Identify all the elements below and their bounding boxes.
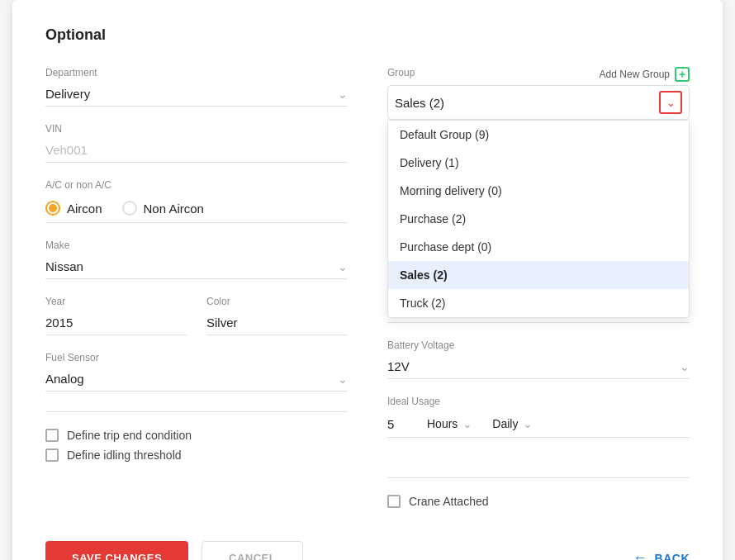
- group-dropdown-container: Sales (2) ⌄ Default Group (9) Delivery (…: [387, 85, 690, 120]
- fuel-sensor-dropdown[interactable]: Analog ⌄: [45, 367, 348, 392]
- non-aircon-radio[interactable]: Non Aircon: [122, 201, 204, 216]
- group-dropdown-list: Default Group (9) Delivery (1) Morning d…: [387, 120, 690, 318]
- ideal-usage-row: 5 Hours ⌄ Daily ⌄: [387, 411, 690, 438]
- battery-field: Battery Voltage 12V ⌄: [387, 339, 690, 379]
- group-field: Group Add New Group + Sales (2) ⌄ Defaul…: [387, 67, 690, 136]
- fuel-sensor-field: Fuel Sensor Analog ⌄: [45, 352, 348, 392]
- back-button[interactable]: ← BACK: [633, 549, 690, 560]
- fuel-sensor-label: Fuel Sensor: [45, 352, 348, 363]
- ideal-usage-unit-dropdown[interactable]: Hours ⌄: [422, 415, 477, 432]
- group-chevron-icon[interactable]: ⌄: [659, 91, 682, 114]
- group-option-purchase[interactable]: Purchase (2): [388, 205, 689, 233]
- group-option-sales[interactable]: Sales (2): [388, 261, 689, 289]
- department-dropdown[interactable]: Delivery ⌄: [45, 82, 348, 107]
- ac-field: A/C or non A/C Aircon Non Aircon: [45, 179, 348, 223]
- group-label: Group: [387, 67, 415, 78]
- non-aircon-radio-icon: [122, 201, 137, 216]
- group-option-default[interactable]: Default Group (9): [388, 121, 689, 149]
- battery-dropdown[interactable]: 12V ⌄: [387, 354, 690, 379]
- aircon-label: Aircon: [67, 202, 102, 216]
- add-group-plus-icon: +: [675, 67, 690, 82]
- make-chevron-icon: ⌄: [338, 260, 348, 273]
- color-field: Color Silver: [206, 296, 348, 335]
- ideal-usage-unit: Hours: [427, 417, 458, 430]
- ac-radio-group: Aircon Non Aircon: [45, 194, 348, 223]
- ideal-usage-frequency-chevron-icon: ⌄: [523, 417, 533, 430]
- ideal-usage-value[interactable]: 5: [387, 417, 412, 431]
- aircon-radio-icon: [45, 201, 60, 216]
- idling-threshold-label: Define idling threshold: [67, 448, 182, 462]
- cancel-button[interactable]: CANCEL: [202, 541, 303, 560]
- battery-label: Battery Voltage: [387, 339, 690, 351]
- vin-field: VIN Veh001: [45, 123, 348, 163]
- color-input[interactable]: Silver: [206, 311, 348, 335]
- add-group-text: Add New Group: [600, 69, 670, 80]
- year-label: Year: [45, 296, 187, 307]
- department-chevron-icon: ⌄: [338, 88, 348, 101]
- back-label: BACK: [655, 552, 690, 561]
- trip-end-checkbox-group: Define trip end condition: [45, 429, 348, 442]
- vin-input[interactable]: Veh001: [45, 138, 348, 163]
- fuel-sensor-chevron-icon: ⌄: [338, 373, 348, 386]
- crane-attached-label: Crane Attached: [409, 495, 489, 508]
- make-dropdown[interactable]: Nissan ⌄: [45, 254, 348, 279]
- trip-end-checkbox[interactable]: [45, 429, 59, 442]
- bottom-bar: SAVE CHANGES CANCEL ← BACK: [45, 541, 690, 560]
- save-changes-button[interactable]: SAVE CHANGES: [45, 541, 188, 560]
- section-title: Optional: [45, 26, 690, 44]
- vin-label: VIN: [45, 123, 348, 135]
- year-input[interactable]: 2015: [45, 311, 187, 335]
- color-label: Color: [206, 296, 348, 307]
- ideal-usage-label: Ideal Usage: [387, 396, 690, 407]
- year-field: Year 2015: [45, 296, 187, 335]
- add-group-button[interactable]: Add New Group +: [600, 67, 690, 82]
- crane-attached-row: Crane Attached: [387, 495, 690, 508]
- crane-attached-checkbox[interactable]: [387, 495, 401, 508]
- group-option-delivery[interactable]: Delivery (1): [388, 149, 689, 177]
- ideal-usage-frequency: Daily: [492, 417, 518, 430]
- trip-end-label: Define trip end condition: [67, 429, 192, 442]
- group-option-morning[interactable]: Morning delivery (0): [388, 177, 689, 205]
- non-aircon-label: Non Aircon: [144, 202, 204, 216]
- back-arrow-icon: ←: [633, 549, 648, 560]
- ac-label: A/C or non A/C: [45, 179, 348, 191]
- group-selected-value[interactable]: Sales (2) ⌄: [387, 85, 690, 120]
- group-option-truck[interactable]: Truck (2): [388, 289, 689, 317]
- battery-chevron-icon: ⌄: [680, 360, 690, 373]
- aircon-radio[interactable]: Aircon: [45, 201, 102, 216]
- department-label: Department: [45, 67, 348, 78]
- group-option-purchase-dept[interactable]: Purchase dept (0): [388, 233, 689, 261]
- idling-threshold-checkbox-group: Define idling threshold: [45, 448, 348, 462]
- make-label: Make: [45, 240, 348, 251]
- idling-threshold-checkbox[interactable]: [45, 448, 59, 462]
- ideal-usage-frequency-dropdown[interactable]: Daily ⌄: [487, 415, 538, 432]
- make-field: Make Nissan ⌄: [45, 240, 348, 279]
- ideal-usage-unit-chevron-icon: ⌄: [462, 417, 472, 430]
- department-field: Department Delivery ⌄: [45, 67, 348, 107]
- ideal-usage-field: Ideal Usage 5 Hours ⌄ Daily ⌄: [387, 396, 690, 454]
